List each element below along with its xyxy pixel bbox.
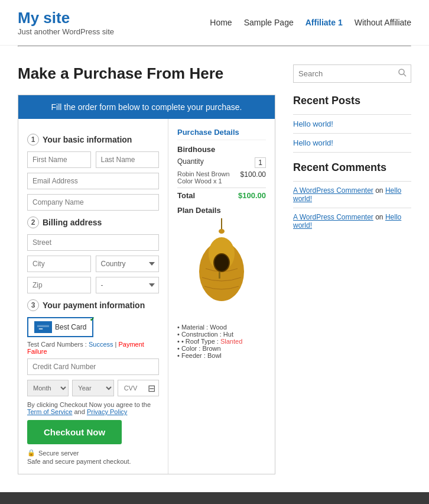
card-button[interactable]: Best Card ✔ bbox=[27, 317, 93, 337]
site-tagline: Just another WordPress site bbox=[18, 27, 114, 36]
svg-rect-2 bbox=[39, 328, 43, 329]
dash-select[interactable]: - bbox=[96, 277, 160, 293]
nav-without-affiliate[interactable]: Without Affiliate bbox=[355, 18, 411, 27]
birdhouse-image bbox=[177, 218, 266, 319]
comment-1-on: on bbox=[375, 186, 383, 195]
cvv-icon: ⊟ bbox=[148, 383, 155, 394]
purchase-details-title: Purchase Details bbox=[177, 128, 266, 140]
section-billing-text: Billing address bbox=[43, 218, 102, 227]
features-list: Material : Wood Construction : Hut • Roo… bbox=[177, 324, 266, 359]
city-country-row: Country bbox=[27, 256, 159, 272]
page-title: Make a Purchase From Here bbox=[18, 64, 275, 83]
last-name-input[interactable] bbox=[96, 151, 160, 168]
product-name: Birdhouse bbox=[177, 145, 266, 154]
qty-value: 1 bbox=[255, 157, 266, 168]
zip-input[interactable] bbox=[27, 277, 91, 293]
checkout-header-bar: Fill the order form below to complete yo… bbox=[18, 95, 275, 119]
year-select[interactable]: Year bbox=[72, 380, 113, 396]
feature-construction: Construction : Hut bbox=[177, 331, 266, 338]
card-check-icon: ✔ bbox=[90, 316, 95, 322]
sidebar: Recent Posts Hello world! Hello world! R… bbox=[293, 64, 411, 474]
agree-text: By clicking Checkout Now you agree to th… bbox=[27, 401, 159, 415]
svg-point-8 bbox=[214, 254, 229, 271]
company-input[interactable] bbox=[27, 194, 159, 211]
post-link-2[interactable]: Hello world! bbox=[293, 138, 411, 147]
item-price-row: Robin Nest Brown Color Wood x 1 $100.00 bbox=[177, 170, 266, 185]
section-num-1: 1 bbox=[27, 134, 39, 146]
comments-divider-1 bbox=[293, 181, 411, 182]
test-card-label: Test Card Numbers : bbox=[27, 341, 87, 348]
content-area: Make a Purchase From Here Fill the order… bbox=[18, 64, 275, 474]
company-row bbox=[27, 194, 159, 211]
posts-divider-1 bbox=[293, 114, 411, 115]
zip-dash-row: - bbox=[27, 277, 159, 293]
month-year-cvv-row: Month Year ⊟ bbox=[27, 380, 159, 396]
footer-dark: Colorway Theme Footer is widgetized. To … bbox=[0, 492, 429, 504]
privacy-link[interactable]: Privacy Policy bbox=[87, 408, 127, 415]
form-side: 1 Your basic information bbox=[18, 119, 168, 474]
purchase-side: Purchase Details Birdhouse Quantity 1 Ro… bbox=[168, 119, 275, 474]
qty-label: Quantity bbox=[177, 157, 204, 168]
search-icon[interactable] bbox=[398, 68, 407, 79]
section-payment-label: 3 Your payment information bbox=[27, 299, 159, 311]
card-icon bbox=[34, 321, 52, 333]
feature-roof: • Roof Type : Slanted bbox=[177, 338, 266, 345]
month-select[interactable]: Month bbox=[27, 380, 69, 396]
main-container: Make a Purchase From Here Fill the order… bbox=[0, 47, 429, 492]
section-billing-label: 2 Billing address bbox=[27, 217, 159, 228]
first-name-input[interactable] bbox=[27, 151, 91, 168]
total-row: Total $100.00 bbox=[177, 188, 266, 200]
cvv-input[interactable] bbox=[121, 382, 145, 395]
posts-divider-3 bbox=[293, 152, 411, 153]
svg-point-4 bbox=[219, 229, 225, 234]
site-nav: Home Sample Page Affiliate 1 Without Aff… bbox=[210, 18, 411, 27]
recent-comments-title: Recent Comments bbox=[293, 161, 411, 174]
plan-title: Plan Details bbox=[177, 206, 266, 215]
street-input[interactable] bbox=[27, 234, 159, 251]
item-label: Robin Nest Brown Color Wood x 1 bbox=[177, 170, 240, 185]
svg-line-11 bbox=[404, 74, 406, 76]
section-basic-info-text: Your basic information bbox=[43, 135, 132, 144]
test-card-info: Test Card Numbers : Success | Payment Fa… bbox=[27, 341, 159, 355]
feature-feeder: Feeder : Bowl bbox=[177, 352, 266, 359]
post-link-1[interactable]: Hello world! bbox=[293, 119, 411, 128]
total-label: Total bbox=[177, 191, 195, 200]
test-card-success-link[interactable]: Success bbox=[89, 341, 113, 348]
comment-2: A WordPress Commenter on Hello world! bbox=[293, 213, 411, 230]
street-row bbox=[27, 234, 159, 251]
email-input[interactable] bbox=[27, 173, 159, 189]
feature-material: Material : Wood bbox=[177, 324, 266, 331]
commenter-1-link[interactable]: A WordPress Commenter bbox=[293, 186, 373, 195]
site-branding: My site Just another WordPress site bbox=[18, 9, 114, 36]
search-box bbox=[293, 64, 411, 83]
comment-2-on: on bbox=[375, 213, 383, 221]
commenter-2-link[interactable]: A WordPress Commenter bbox=[293, 213, 373, 221]
total-value: $100.00 bbox=[238, 191, 266, 200]
terms-link[interactable]: Term of Service bbox=[27, 408, 72, 415]
comments-divider-2 bbox=[293, 208, 411, 208]
checkout-button[interactable]: Checkout Now bbox=[27, 420, 122, 444]
name-row bbox=[27, 151, 159, 168]
site-header: My site Just another WordPress site Home… bbox=[0, 0, 429, 46]
checkout-body: 1 Your basic information bbox=[18, 119, 275, 474]
section-num-2: 2 bbox=[27, 217, 39, 228]
nav-affiliate1[interactable]: Affiliate 1 bbox=[306, 18, 343, 27]
section-num-3: 3 bbox=[27, 299, 39, 311]
comment-1: A WordPress Commenter on Hello world! bbox=[293, 186, 411, 203]
card-button-label: Best Card bbox=[55, 323, 86, 331]
credit-card-row bbox=[27, 358, 159, 375]
country-select[interactable]: Country bbox=[96, 256, 160, 272]
nav-sample-page[interactable]: Sample Page bbox=[244, 18, 294, 27]
search-input[interactable] bbox=[298, 69, 398, 78]
section-payment-text: Your payment information bbox=[43, 301, 145, 310]
nav-home[interactable]: Home bbox=[210, 18, 232, 27]
qty-row: Quantity 1 bbox=[177, 157, 266, 168]
item-price: $100.00 bbox=[240, 170, 266, 185]
credit-card-input[interactable] bbox=[27, 358, 159, 375]
cvv-wrap: ⊟ bbox=[118, 380, 159, 396]
svg-rect-9 bbox=[219, 272, 220, 279]
checkout-wrapper: Fill the order form below to complete yo… bbox=[18, 95, 275, 474]
svg-point-10 bbox=[399, 69, 404, 75]
section-basic-info-label: 1 Your basic information bbox=[27, 134, 159, 146]
city-input[interactable] bbox=[27, 256, 91, 272]
